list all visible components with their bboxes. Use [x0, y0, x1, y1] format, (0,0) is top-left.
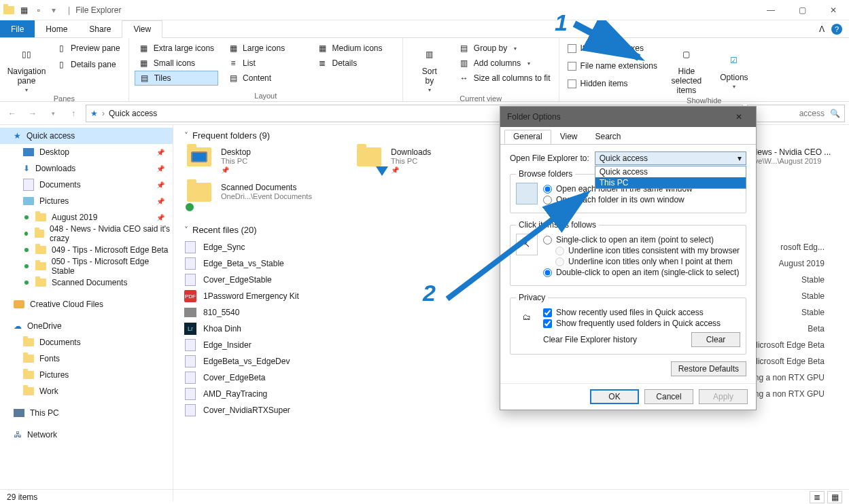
file-icon: [184, 274, 196, 286]
navigation-pane-button[interactable]: ▯▯ Navigation pane ▾: [5, 41, 48, 93]
sidebar-item-pictures[interactable]: Pictures📌: [0, 193, 173, 209]
help-icon[interactable]: ?: [831, 24, 842, 35]
navigation-tree[interactable]: ★ Quick access Desktop📌 ⬇Downloads📌 Docu…: [0, 125, 173, 501]
layout-extra-large[interactable]: ▦Extra large icons: [135, 41, 218, 56]
show-recent-files-check[interactable]: Show recently used files in Quick access: [543, 308, 740, 317]
file-icon: [184, 388, 196, 400]
tile-downloads[interactable]: DownloadsThis PC📌: [354, 145, 497, 177]
sidebar-item-od-documents[interactable]: Documents: [0, 334, 173, 350]
open-explorer-to-combo[interactable]: Quick access ▾ Quick access This PC: [595, 151, 746, 165]
sidebar-item-ccf[interactable]: Creative Cloud Files: [0, 296, 173, 312]
file-name-extensions-toggle[interactable]: File name extensions: [565, 58, 660, 73]
combo-option-thispc[interactable]: This PC: [595, 177, 746, 188]
tile-scanned[interactable]: Scanned DocumentsOneDri...\Event Documen…: [184, 180, 327, 213]
sidebar-item-od-fonts[interactable]: Fonts: [0, 350, 173, 367]
ribbon-group-layout-label: Layout: [135, 92, 397, 100]
show-frequent-folders-check[interactable]: Show frequently used folders in Quick ac…: [543, 319, 740, 328]
dialog-tab-view[interactable]: View: [551, 130, 587, 144]
options-button[interactable]: ☑ Options ▾: [713, 41, 755, 95]
dialog-title: Folder Options: [507, 112, 561, 122]
cancel-button[interactable]: Cancel: [644, 389, 693, 404]
sidebar-item-onedrive[interactable]: ☁OneDrive: [0, 318, 173, 334]
browse-folders-icon: [516, 183, 538, 204]
dialog-title-bar[interactable]: Folder Options ✕: [500, 107, 756, 127]
tab-home[interactable]: Home: [35, 20, 78, 37]
single-click-radio[interactable]: Single-click to open an item (point to s…: [543, 235, 740, 245]
sidebar-item-050[interactable]: 050 - Tips - Microsoft Edge Stable: [0, 258, 173, 274]
window-minimize-button[interactable]: —: [755, 0, 786, 20]
item-check-boxes-toggle[interactable]: Item check boxes: [565, 41, 660, 56]
search-box[interactable]: access 🔍: [747, 105, 845, 122]
browse-own-window-radio[interactable]: Open each folder in its own window: [543, 195, 693, 204]
pdf-icon: PDF: [184, 290, 196, 302]
qat-newfolder-icon[interactable]: ▫: [33, 4, 45, 16]
combo-option-quickaccess[interactable]: Quick access: [595, 166, 746, 177]
sidebar-item-network[interactable]: 🖧Network: [0, 427, 173, 443]
image-icon: [184, 308, 196, 317]
details-pane-button[interactable]: ▯Details pane: [53, 57, 123, 72]
sizecols-icon: ↔: [459, 73, 470, 84]
sidebar-item-desktop[interactable]: Desktop📌: [0, 144, 173, 160]
add-columns-button[interactable]: ▥Add columns▾: [456, 56, 553, 71]
sidebar-item-049[interactable]: 049 - Tips - Microsoft Edge Beta: [0, 242, 173, 258]
layout-content[interactable]: ▤Content: [224, 71, 307, 86]
forward-button[interactable]: →: [24, 105, 41, 122]
sidebar-item-od-pictures[interactable]: Pictures: [0, 367, 173, 383]
folder-icon: [35, 230, 44, 238]
breadcrumb-text[interactable]: Quick access: [109, 109, 157, 118]
hide-selected-items-button[interactable]: ▢ Hide selected items: [665, 41, 708, 95]
preview-pane-button[interactable]: ▯Preview pane: [53, 41, 123, 56]
window-close-button[interactable]: ✕: [818, 0, 849, 20]
apply-button[interactable]: Apply: [699, 389, 748, 404]
layout-small[interactable]: ▦Small icons: [135, 56, 218, 71]
qat-properties-icon[interactable]: ▦: [18, 4, 30, 16]
restore-defaults-button[interactable]: Restore Defaults: [671, 361, 746, 376]
layout-details[interactable]: ≣Details: [313, 56, 396, 71]
layout-tiles[interactable]: ▤Tiles: [135, 71, 218, 86]
sidebar-item-downloads[interactable]: ⬇Downloads📌: [0, 160, 173, 177]
view-largeicons-button[interactable]: ▦: [827, 491, 842, 503]
layout-list[interactable]: ≡List: [224, 56, 307, 71]
sidebar-item-documents[interactable]: Documents📌: [0, 177, 173, 193]
view-details-button[interactable]: ≣: [810, 491, 825, 503]
ok-button[interactable]: OK: [590, 389, 639, 404]
tab-share[interactable]: Share: [78, 20, 122, 37]
checkbox-icon: [568, 79, 576, 88]
open-explorer-to-dropdown[interactable]: Quick access This PC: [595, 166, 746, 189]
dialog-tab-general[interactable]: General: [504, 130, 551, 144]
addcols-icon: ▥: [459, 58, 470, 69]
sort-by-button[interactable]: ▥ Sort by ▾: [409, 41, 451, 93]
document-icon: [23, 179, 34, 191]
tab-view[interactable]: View: [122, 20, 162, 38]
folder-icon: [23, 387, 34, 395]
sidebar-item-this-pc[interactable]: This PC: [0, 405, 173, 421]
layout-large[interactable]: ▦Large icons: [224, 41, 307, 56]
open-explorer-to-label: Open File Explorer to:: [510, 154, 589, 163]
sidebar-item-quick-access[interactable]: ★ Quick access: [0, 128, 173, 144]
group-by-button[interactable]: ▤Group by▾: [456, 41, 553, 56]
window-maximize-button[interactable]: ▢: [786, 0, 818, 20]
ribbon-collapse-icon[interactable]: ᐱ: [819, 24, 825, 34]
sync-badge-icon: [23, 279, 30, 286]
size-columns-button[interactable]: ↔Size all columns to fit: [456, 71, 553, 86]
sidebar-item-august2019[interactable]: August 2019📌: [0, 209, 173, 226]
underline-point-radio: Underline icon titles only when I point …: [555, 257, 740, 266]
qat-dropdown-icon[interactable]: ▾: [48, 4, 60, 16]
clear-button[interactable]: Clear: [691, 332, 740, 347]
tile-desktop[interactable]: DesktopThis PC📌: [184, 145, 327, 177]
hidden-items-toggle[interactable]: Hidden items: [565, 76, 660, 91]
dialog-tab-search[interactable]: Search: [587, 130, 630, 144]
details-pane-icon: ▯: [56, 59, 67, 70]
sidebar-item-od-work[interactable]: Work: [0, 383, 173, 399]
pin-icon: 📌: [156, 214, 164, 221]
up-button[interactable]: ↑: [65, 105, 82, 122]
recent-locations-button[interactable]: ▾: [45, 105, 61, 122]
layout-medium[interactable]: ▦Medium icons: [313, 41, 396, 56]
double-click-radio[interactable]: Double-click to open an item (single-cli…: [543, 268, 740, 277]
dialog-close-button[interactable]: ✕: [729, 112, 749, 122]
sidebar-item-048[interactable]: 048 - News - Nvidia CEO said it's crazy: [0, 226, 173, 242]
sidebar-item-scanned[interactable]: Scanned Documents: [0, 274, 173, 291]
back-button[interactable]: ←: [4, 105, 20, 122]
ribbon-body: ▯▯ Navigation pane ▾ ▯Preview pane ▯Deta…: [0, 38, 849, 102]
tab-file[interactable]: File: [0, 20, 35, 37]
